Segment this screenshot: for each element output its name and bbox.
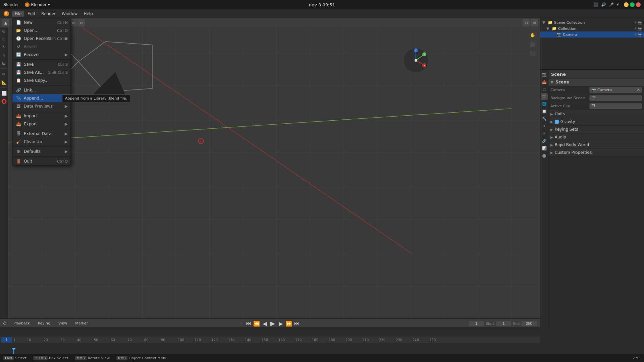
external-data-arrow: ▶ <box>65 131 68 136</box>
window-maximize[interactable] <box>630 2 635 7</box>
menu-help[interactable]: Help <box>81 11 95 17</box>
menu-save-copy[interactable]: 📋 Save Copy... <box>12 76 70 84</box>
section-units[interactable]: ▶ Units <box>548 110 644 118</box>
prop-activeclip-value[interactable]: 🎞 <box>589 103 642 109</box>
prop-tab-modifier[interactable]: 🔧 <box>541 115 548 122</box>
tool-add-circle[interactable]: ⭕ <box>1 98 7 105</box>
section-keying-sets[interactable]: ▶ Keying Sets <box>548 126 644 133</box>
tray-power[interactable]: ⚡ <box>616 2 619 7</box>
tl-menu-keying[interactable]: Keying <box>35 320 53 326</box>
tree-collection-render[interactable]: 📷 <box>638 27 642 31</box>
navigation-gizmo[interactable]: Z Y X <box>402 47 429 74</box>
tray-audio[interactable]: 🔊 <box>601 2 606 7</box>
menu-export[interactable]: 📤 Export ▶ <box>12 120 70 128</box>
menu-new[interactable]: 📄 New Ctrl N <box>12 18 70 26</box>
svg-point-1 <box>26 4 28 6</box>
activities-label[interactable]: Blender <box>3 2 19 7</box>
timeline-mode-icon[interactable]: ⏱ <box>2 320 8 326</box>
tool-measure[interactable]: 📐 <box>1 79 7 85</box>
tray-network[interactable]: ⬛ <box>593 2 598 7</box>
tree-hide-icon[interactable]: 👁 <box>634 21 637 24</box>
prop-tab-output[interactable]: 📤 <box>541 78 548 85</box>
tree-collection[interactable]: ▼ 📁 Collection 👁 📷 <box>540 25 644 32</box>
prev-frame-btn[interactable]: ◀ <box>261 320 268 327</box>
viewport-gizmo-btn[interactable]: ⊞ <box>531 19 538 26</box>
prop-bgscene-value[interactable]: 🎬 <box>589 95 642 101</box>
section-custom-props[interactable]: ▶ Custom Properties <box>548 149 644 157</box>
tool-cursor[interactable]: ⊕ <box>1 27 7 34</box>
section-gravity[interactable]: ▶ ✓ Gravity <box>548 118 644 126</box>
viewport-overlay-btn[interactable]: ⊡ <box>523 19 530 26</box>
tl-menu-playback[interactable]: Playback <box>11 320 33 326</box>
tray-mic[interactable]: 🎤 <box>609 2 614 7</box>
prop-tab-view-layer[interactable]: 🗃 <box>541 86 548 93</box>
tool-move[interactable]: ✛ <box>1 36 7 42</box>
last-frame-btn[interactable]: ⏭ <box>293 320 300 327</box>
viewport-mode-icon[interactable]: ▲ <box>2 19 9 26</box>
menu-edit[interactable]: Edit <box>25 11 38 17</box>
section-rigid-body[interactable]: ▶ Rigid Body World <box>548 141 644 149</box>
menu-external-data[interactable]: 🗄 External Data ▶ <box>12 130 70 138</box>
menu-clean-up[interactable]: 🧹 Clean Up ▶ <box>12 138 70 146</box>
menu-import[interactable]: 📥 Import ▶ <box>12 112 70 120</box>
current-frame-input[interactable]: 1 <box>469 321 484 326</box>
menu-defaults[interactable]: ⚙ Defaults ▶ <box>12 147 70 156</box>
menu-revert[interactable]: ↺ Revert <box>12 43 70 51</box>
tool-scale[interactable]: ⤡ <box>1 52 7 58</box>
tree-collection-hide[interactable]: 👁 <box>634 27 637 31</box>
tree-camera-hide[interactable]: 👁 <box>634 33 637 37</box>
menu-data-previews[interactable]: 🖼 Data Previews ▶ <box>12 102 70 110</box>
menu-quit[interactable]: 🚪 Quit Ctrl Q <box>12 157 70 165</box>
prop-tab-world[interactable]: 🌐 <box>541 101 548 107</box>
first-frame-btn[interactable]: ⏮ <box>245 320 252 327</box>
tool-annotate[interactable]: ✏ <box>1 71 7 77</box>
tree-camera-render[interactable]: 📷 <box>638 33 642 37</box>
tl-menu-marker[interactable]: Marker <box>72 320 91 326</box>
vp-pan[interactable]: ✋ <box>529 31 537 39</box>
record-btn[interactable] <box>240 322 243 325</box>
tool-rotate[interactable]: ↻ <box>1 44 7 50</box>
vp-camera-view[interactable]: 🎥 <box>529 40 537 48</box>
menu-save-as[interactable]: 💾 Save As... Shift Ctrl S <box>12 68 70 76</box>
viewport-3d[interactable]: Z Y X ⌖ ✋ 🎥 ⬛ <box>8 18 540 318</box>
tool-transform[interactable]: ⊞ <box>1 60 7 66</box>
window-minimize[interactable] <box>624 2 629 7</box>
section-scene[interactable]: ▼ Scene <box>548 78 644 86</box>
tool-add-box[interactable]: ⬜ <box>1 90 7 97</box>
prop-tab-physics[interactable]: ⚛ <box>541 130 548 137</box>
prev-keyframe-btn[interactable]: ⏪ <box>253 320 260 327</box>
menu-open[interactable]: 📂 Open... Ctrl O <box>12 26 70 35</box>
tree-camera[interactable]: ▶ 📷 Camera 👁 📷 <box>540 32 644 38</box>
next-keyframe-btn[interactable]: ⏩ <box>285 320 292 327</box>
section-audio[interactable]: ▶ Audio <box>548 133 644 141</box>
proportional-btn[interactable]: ⊙ <box>77 19 85 26</box>
vp-render-preview[interactable]: ⬛ <box>529 50 537 58</box>
menu-link[interactable]: 🔗 Link... <box>12 86 70 94</box>
play-btn[interactable]: ▶ <box>269 320 276 327</box>
prop-camera-remove[interactable]: ✕ <box>637 88 640 92</box>
menu-recover[interactable]: 🔄 Recover ▶ <box>12 51 70 59</box>
prop-tab-render[interactable]: 📷 <box>541 71 548 78</box>
tree-scene-collection[interactable]: ▼ 📁 Scene Collection 👁 📷 <box>540 19 644 25</box>
prop-tab-data[interactable]: 📊 <box>541 145 548 152</box>
end-frame-input[interactable]: 250 <box>522 321 537 326</box>
menu-file[interactable]: File <box>12 11 24 17</box>
menu-save[interactable]: 💾 Save Ctrl S <box>12 60 70 68</box>
tree-render-icon[interactable]: 📷 <box>638 21 642 24</box>
menu-window[interactable]: Window <box>59 11 80 17</box>
prop-tab-particles[interactable]: ✦ <box>541 123 548 129</box>
start-frame-input[interactable]: 1 <box>496 321 511 326</box>
tl-menu-view[interactable]: View <box>56 320 70 326</box>
prop-tab-scene[interactable]: 🎬 <box>541 93 548 100</box>
blender-menu-logo[interactable]: B <box>1 11 11 17</box>
clean-up-icon: 🧹 <box>16 139 21 144</box>
prop-camera-value[interactable]: 📷 Camera ✕ <box>589 87 642 93</box>
prop-tab-constraints[interactable]: 🔗 <box>541 137 548 144</box>
gravity-checkbox[interactable]: ✓ <box>555 120 559 124</box>
menu-render[interactable]: Render <box>39 11 58 17</box>
menu-open-recent[interactable]: 🕐 Open Recent Shift Ctrl O ▶ <box>12 35 70 43</box>
next-frame-btn[interactable]: ▶ <box>277 320 284 327</box>
window-close[interactable] <box>636 2 641 7</box>
prop-tab-material[interactable]: ⬤ <box>541 152 548 159</box>
prop-tab-object[interactable]: 🔲 <box>541 108 548 115</box>
